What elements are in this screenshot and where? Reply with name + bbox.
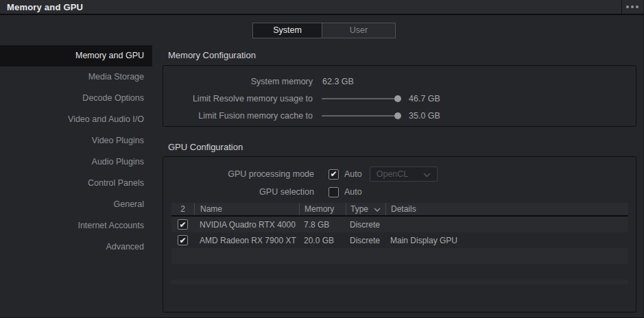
gpu-selection-auto-checkbox[interactable]: ✔ (329, 187, 339, 197)
sidebar-item-decode-options[interactable]: Decode Options (0, 88, 152, 109)
gpu-table-row[interactable]: ✔ NVIDIA Quadro RTX 4000 7.8 GB Discrete (171, 217, 628, 232)
sidebar-item-video-plugins[interactable]: Video Plugins (0, 130, 152, 151)
limit-resolve-memory-value: 46.7 GB (409, 94, 440, 103)
limit-resolve-memory-label: Limit Resolve memory usage to (163, 94, 313, 103)
empty-table-stripe (171, 280, 628, 284)
empty-table-stripe (171, 264, 628, 280)
tab-system[interactable]: System (252, 23, 322, 38)
gpu-table-header: 2 Name Memory Type Details (171, 203, 628, 217)
gpu-type: Discrete (346, 220, 385, 230)
sidebar-item-audio-plugins[interactable]: Audio Plugins (0, 151, 152, 173)
column-header-name[interactable]: Name (194, 203, 299, 215)
gpu-selection-label: GPU selection (163, 187, 314, 197)
memory-configuration-title: Memory Configuration (168, 50, 256, 60)
gpu-memory: 20.0 GB (299, 236, 346, 245)
gpu-table-row[interactable]: ✔ AMD Radeon RX 7900 XT 20.0 GB Discrete… (171, 232, 628, 248)
sidebar-item-control-panels[interactable]: Control Panels (0, 173, 152, 194)
gpu-processing-auto-label: Auto (344, 169, 362, 179)
sidebar-item-memory-and-gpu[interactable]: Memory and GPU (0, 45, 152, 66)
sidebar-item-video-audio-io[interactable]: Video and Audio I/O (0, 109, 152, 130)
slider-thumb[interactable] (394, 112, 401, 119)
column-header-memory[interactable]: Memory (299, 203, 346, 215)
gpu-memory: 7.8 GB (299, 220, 346, 230)
tab-user[interactable]: User (322, 23, 396, 38)
gpu-table: 2 Name Memory Type Details ✔ NVIDIA Qu (171, 203, 628, 284)
gpu-selection-auto-label: Auto (344, 187, 362, 197)
gpu-configuration-panel: GPU processing mode ✔ Auto OpenCL GPU se… (163, 156, 636, 313)
sidebar-item-advanced[interactable]: Advanced (0, 236, 152, 258)
gpu-processing-mode-dropdown[interactable]: OpenCL (370, 167, 438, 182)
gpu-enabled-checkbox[interactable]: ✔ (178, 219, 188, 230)
column-header-details[interactable]: Details (385, 203, 628, 215)
chevron-down-icon (423, 168, 431, 180)
gpu-processing-auto-checkbox[interactable]: ✔ (329, 169, 339, 180)
gpu-name: AMD Radeon RX 7900 XT (194, 236, 299, 245)
memory-configuration-panel: System memory 62.3 GB Limit Resolve memo… (163, 65, 636, 127)
window-title: Memory and GPU (7, 0, 83, 14)
preferences-window: Memory and GPU System User Memory and GP… (0, 0, 644, 318)
gpu-name: NVIDIA Quadro RTX 4000 (194, 220, 299, 230)
gpu-processing-mode-value: OpenCL (377, 169, 409, 179)
check-icon: ✔ (179, 236, 186, 245)
system-memory-label: System memory (163, 77, 313, 86)
sidebar-item-general[interactable]: General (0, 194, 152, 215)
limit-fusion-cache-value: 35.0 GB (409, 111, 440, 121)
titlebar: Memory and GPU (0, 0, 644, 15)
limit-fusion-cache-label: Limit Fusion memory cache to (163, 111, 313, 121)
ellipsis-menu-icon[interactable] (623, 0, 641, 14)
limit-resolve-memory-slider[interactable] (322, 94, 400, 103)
gpu-configuration-title: GPU Configuration (168, 142, 243, 152)
slider-thumb[interactable] (394, 95, 401, 102)
check-icon: ✔ (330, 170, 337, 178)
sidebar-item-media-storage[interactable]: Media Storage (0, 66, 152, 88)
gpu-processing-mode-label: GPU processing mode (163, 169, 314, 179)
gpu-type: Discrete (346, 236, 385, 245)
chevron-down-icon (374, 203, 381, 215)
check-icon: ✔ (179, 221, 186, 229)
column-header-type[interactable]: Type (346, 203, 385, 215)
empty-table-stripe (171, 248, 628, 264)
sidebar: Memory and GPU Media Storage Decode Opti… (0, 45, 152, 258)
gpu-count-header: 2 (171, 203, 194, 215)
gpu-details: Main Display GPU (385, 236, 628, 245)
sidebar-item-internet-accounts[interactable]: Internet Accounts (0, 215, 152, 236)
limit-fusion-cache-slider[interactable] (322, 111, 400, 121)
tab-group: System User (252, 23, 396, 38)
gpu-enabled-checkbox[interactable]: ✔ (178, 235, 188, 245)
titlebar-divider (621, 0, 622, 14)
system-memory-value: 62.3 GB (322, 77, 354, 86)
